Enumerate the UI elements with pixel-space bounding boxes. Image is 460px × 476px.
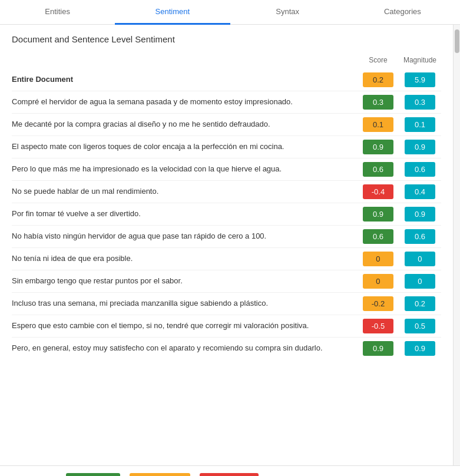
- table-row: Incluso tras una semana, mi preciada man…: [12, 293, 441, 315]
- score-cell: 0.6: [358, 158, 399, 181]
- score-cell: 0.9: [358, 203, 399, 226]
- score-cell: 0.2: [358, 69, 399, 91]
- table-row: Sin embargo tengo que restar puntos por …: [12, 270, 441, 293]
- table-row: No tenía ni idea de que era posible.00: [12, 248, 441, 270]
- sentence-text: Entire Document: [12, 69, 358, 91]
- score-cell: 0: [358, 270, 399, 293]
- table-row: No se puede hablar de un mal rendimiento…: [12, 181, 441, 203]
- score-cell: 0.9: [358, 136, 399, 158]
- content-wrapper: Document and Sentence Level Sentiment Sc…: [0, 25, 460, 465]
- scrollbar-thumb[interactable]: [455, 29, 459, 53]
- magnitude-cell: 0: [399, 270, 441, 293]
- magnitude-cell: 0: [399, 248, 441, 270]
- table-row: Compré el hervidor de agua la semana pas…: [12, 91, 441, 114]
- table-row: Entire Document0.25.9: [12, 69, 441, 91]
- sentence-text: Compré el hervidor de agua la semana pas…: [12, 91, 358, 114]
- magnitude-cell: 0.9: [399, 203, 441, 226]
- magnitude-cell: 0.5: [399, 315, 441, 338]
- score-cell: -0.5: [358, 315, 399, 338]
- score-cell: 0.9: [358, 338, 399, 360]
- table-row: El aspecto mate con ligeros toques de co…: [12, 136, 441, 158]
- table-row: Pero lo que más me ha impresionado es la…: [12, 158, 441, 181]
- score-cell: 0.6: [358, 226, 399, 248]
- legend-negative: -1.0 — -0.25: [200, 473, 259, 476]
- col-header-score: Score: [358, 54, 399, 69]
- magnitude-cell: 0.9: [399, 338, 441, 360]
- table-row: Por fin tomar té vuelve a ser divertido.…: [12, 203, 441, 226]
- sentence-text: Pero, en general, estoy muy satisfecho c…: [12, 338, 358, 360]
- scrollbar-track[interactable]: [453, 25, 460, 465]
- sentence-text: Sin embargo tengo que restar puntos por …: [12, 270, 358, 293]
- sentence-text: Por fin tomar té vuelve a ser divertido.: [12, 203, 358, 226]
- score-cell: 0: [358, 248, 399, 270]
- sentence-text: El aspecto mate con ligeros toques de co…: [12, 136, 358, 158]
- sentence-text: Espero que esto cambie con el tiempo, si…: [12, 315, 358, 338]
- score-cell: -0.2: [358, 293, 399, 315]
- magnitude-cell: 0.1: [399, 114, 441, 136]
- table-row: No había visto ningún hervidor de agua q…: [12, 226, 441, 248]
- main-content: Document and Sentence Level Sentiment Sc…: [0, 25, 453, 465]
- tab-sentiment[interactable]: Sentiment: [115, 0, 230, 25]
- sentence-text: Pero lo que más me ha impresionado es la…: [12, 158, 358, 181]
- sentiment-table: Score Magnitude Entire Document0.25.9Com…: [12, 54, 441, 359]
- sentence-text: Incluso tras una semana, mi preciada man…: [12, 293, 358, 315]
- magnitude-cell: 0.6: [399, 158, 441, 181]
- sentence-text: No se puede hablar de un mal rendimiento…: [12, 181, 358, 203]
- sentence-text: Me decanté por la compra gracias al dise…: [12, 114, 358, 136]
- score-cell: 0.1: [358, 114, 399, 136]
- table-row: Espero que esto cambie con el tiempo, si…: [12, 315, 441, 338]
- sentence-text: No tenía ni idea de que era posible.: [12, 248, 358, 270]
- magnitude-cell: 0.9: [399, 136, 441, 158]
- col-header-magnitude: Magnitude: [399, 54, 441, 69]
- legend-positive: 0.25 — 1.0: [66, 473, 120, 476]
- magnitude-cell: 0.6: [399, 226, 441, 248]
- tab-syntax[interactable]: Syntax: [230, 0, 345, 25]
- tab-categories[interactable]: Categories: [345, 0, 460, 25]
- magnitude-cell: 0.3: [399, 91, 441, 114]
- magnitude-cell: 0.4: [399, 181, 441, 203]
- page-title: Document and Sentence Level Sentiment: [12, 34, 441, 44]
- table-row: Pero, en general, estoy muy satisfecho c…: [12, 338, 441, 360]
- tab-bar: Entities Sentiment Syntax Categories: [0, 0, 460, 25]
- footer: Score Range 0.25 — 1.0 -0.25 — 0.25 -1.0…: [0, 465, 460, 476]
- sentence-text: No había visto ningún hervidor de agua q…: [12, 226, 358, 248]
- col-header-text: [12, 54, 358, 69]
- score-cell: 0.3: [358, 91, 399, 114]
- table-row: Me decanté por la compra gracias al dise…: [12, 114, 441, 136]
- score-cell: -0.4: [358, 181, 399, 203]
- legend-neutral: -0.25 — 0.25: [130, 473, 190, 476]
- magnitude-cell: 5.9: [399, 69, 441, 91]
- magnitude-cell: 0.2: [399, 293, 441, 315]
- tab-entities[interactable]: Entities: [0, 0, 115, 25]
